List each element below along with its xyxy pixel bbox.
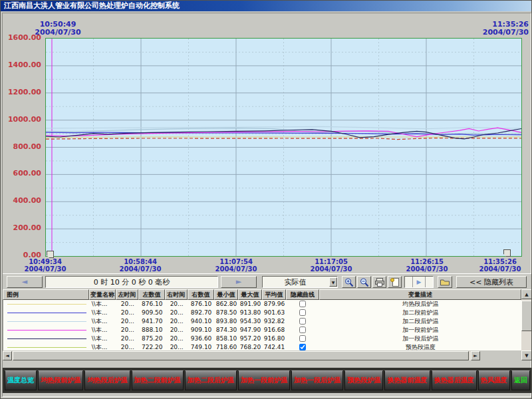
legend-cell <box>3 343 90 350</box>
cell-name: \\本... <box>90 326 116 334</box>
cell-name: \\本... <box>90 334 116 343</box>
cell-right_time: 20... <box>166 343 188 350</box>
step-forward-button[interactable]: ► <box>221 276 257 288</box>
hide-list-label: << 隐藏列表 <box>469 277 513 287</box>
step-back-button[interactable]: ◄ <box>7 276 43 288</box>
cell-right_value: 936.60 <box>188 334 215 343</box>
playback-control[interactable]: ▶ <box>404 276 434 288</box>
nav-button-2[interactable]: 均热段后炉温 <box>84 370 130 390</box>
cell-right_time: 20... <box>166 326 188 334</box>
cell-avg: 901.63 <box>263 309 287 317</box>
table-header-cell[interactable]: 变量名称 <box>89 289 116 300</box>
table-row[interactable]: \\本...20...909.5020...892.70878.50913.80… <box>3 309 521 317</box>
cell-right_value: 909.10 <box>188 326 215 334</box>
h-scroll-thumb[interactable] <box>13 351 469 360</box>
cell-avg: 916.68 <box>263 326 287 334</box>
trend-plot[interactable] <box>45 38 522 257</box>
cell-right_time: 20... <box>166 309 188 317</box>
table-row[interactable]: \\本...20...875.2020...936.60858.10957.20… <box>3 334 521 343</box>
cell-desc: 加一段后炉温 <box>319 334 521 343</box>
table-header-cell[interactable]: 变量描述 <box>319 289 521 300</box>
playback-segment-left[interactable] <box>405 277 413 287</box>
time-span-value: 0 时 10 分 0 秒 0 毫秒 <box>94 277 170 287</box>
export-button[interactable] <box>388 276 402 288</box>
cell-left_time: 20... <box>116 326 139 334</box>
hide-list-button[interactable]: << 隐藏列表 <box>456 276 527 288</box>
table-header-cell[interactable]: 左时间 <box>116 289 138 300</box>
table-header-cell[interactable]: 左数值 <box>138 289 165 300</box>
value-mode-select[interactable]: 实际值 <box>262 276 338 288</box>
legend-line <box>7 321 86 322</box>
hide-curve-checkbox[interactable] <box>299 344 306 350</box>
cell-min: 893.80 <box>215 317 239 326</box>
snapshot-button[interactable] <box>438 276 452 288</box>
v-scroll-up-arrow[interactable]: ▲ <box>521 289 532 299</box>
zoom-out-button[interactable] <box>357 276 371 288</box>
nav-button-4[interactable]: 加热二段后炉温 <box>185 370 237 390</box>
nav-button-3[interactable]: 加热二段前炉温 <box>132 370 184 390</box>
playback-segment-right[interactable] <box>425 277 433 287</box>
hide-curve-checkbox[interactable] <box>299 335 306 342</box>
nav-button-6[interactable]: 加热一段后炉温 <box>291 370 343 390</box>
cell-max: 768.20 <box>239 343 263 350</box>
hide-curve-cell <box>286 343 319 350</box>
cell-min: 718.60 <box>215 343 239 350</box>
table-header-cell[interactable]: 右数值 <box>188 289 214 300</box>
hide-curve-cell <box>286 334 319 343</box>
nav-button-8[interactable]: 换热器前温度 <box>384 370 430 390</box>
nav-button-10[interactable]: 热风温度 <box>478 370 510 390</box>
hide-curve-cell <box>286 317 319 326</box>
zoom-in-button[interactable] <box>342 276 356 288</box>
x-tick-label: 11:17:052004/07/30 <box>299 258 363 273</box>
title-bar: 江西南昌大洪人管业有限公司热处理炉自动化控制系统 <box>1 1 531 11</box>
cell-name: \\本... <box>90 343 116 350</box>
page-icon <box>390 277 400 287</box>
y-tick-label: 600.00 <box>3 170 41 178</box>
nav-button-0[interactable]: 温度总览 <box>5 370 37 390</box>
cell-avg: 879.96 <box>263 300 287 309</box>
table-header-cell[interactable]: 图例 <box>3 289 89 300</box>
nav-button-5[interactable]: 加热一段前炉温 <box>238 370 290 390</box>
nav-button-11[interactable]: 返回 <box>511 370 530 390</box>
cell-name: \\本... <box>90 300 116 309</box>
nav-button-9[interactable]: 换热器后温度 <box>432 370 477 390</box>
hide-curve-checkbox[interactable] <box>299 301 306 307</box>
y-tick-label: 1600.00 <box>3 34 41 42</box>
cell-right_value: 892.70 <box>188 309 215 317</box>
x-tick-label: 11:35:262004/07/30 <box>468 258 532 273</box>
nav-button-1[interactable]: 均热段前炉温 <box>38 370 83 390</box>
hide-curve-checkbox[interactable] <box>299 318 306 325</box>
print-button[interactable] <box>372 276 386 288</box>
cell-min: 862.80 <box>215 300 239 309</box>
value-mode-dropdown-button[interactable]: ▼ <box>329 277 337 287</box>
table-row[interactable]: \\本...20...941.7020...940.10893.80954.30… <box>3 317 521 326</box>
table-row[interactable]: \\本...20...876.1020...876.10862.80891.90… <box>3 300 521 309</box>
time-span-field[interactable]: 0 时 10 分 0 秒 0 毫秒 <box>45 276 218 288</box>
legend-cell <box>3 317 90 326</box>
hide-curve-checkbox[interactable] <box>299 309 306 316</box>
main-window: 江西南昌大洪人管业有限公司热处理炉自动化控制系统 10:50:49 2004/0… <box>0 0 532 399</box>
table-row[interactable]: \\本...20...888.1020...909.10874.30947.90… <box>3 326 521 334</box>
y-tick-label: 200.00 <box>3 224 41 232</box>
hide-curve-checkbox[interactable] <box>299 327 306 333</box>
y-tick-label: 1400.00 <box>3 61 41 69</box>
cell-left_value: 909.50 <box>139 309 166 317</box>
cell-right_time: 20... <box>166 317 188 326</box>
table-header-cell[interactable]: 最小值 <box>214 289 238 300</box>
h-scroll-left-arrow[interactable]: ◄ <box>3 351 12 360</box>
nav-button-bar: 温度总览均热段前炉温均热段后炉温加热二段前炉温加热二段后炉温加热一段前炉温加热一… <box>3 368 532 393</box>
table-header-cell[interactable]: 隐藏曲线 <box>286 289 319 300</box>
table-header-cell[interactable]: 最大值 <box>238 289 262 300</box>
window-title: 江西南昌大洪人管业有限公司热处理炉自动化控制系统 <box>4 1 180 10</box>
cell-desc: 均热段后炉温 <box>319 300 521 309</box>
cell-max: 913.80 <box>239 309 263 317</box>
table-header-cell[interactable]: 平均值 <box>262 289 286 300</box>
nav-button-7[interactable]: 预热段炉温 <box>344 370 383 390</box>
v-scroll-down-arrow[interactable]: ▼ <box>521 350 532 360</box>
v-scroll-thumb[interactable] <box>521 301 532 331</box>
h-scroll-right-arrow[interactable]: ► <box>471 351 480 360</box>
right-cursor-date: 2004/07/30 <box>459 29 529 37</box>
table-row[interactable]: \\本...20...722.2020...749.10718.60768.20… <box>3 343 521 350</box>
table-header-cell[interactable]: 右时间 <box>165 289 188 300</box>
play-icon[interactable]: ▶ <box>413 279 425 285</box>
